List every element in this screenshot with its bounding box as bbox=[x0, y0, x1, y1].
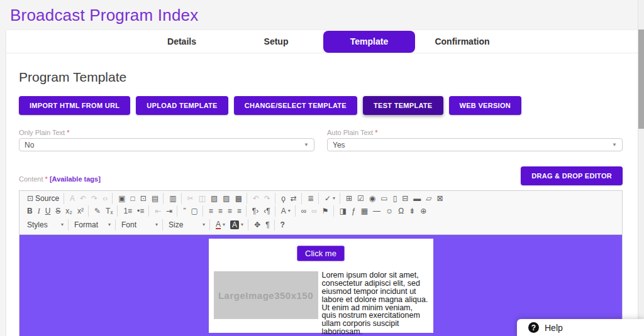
toolbar-language-button[interactable]: A▾ bbox=[279, 205, 292, 217]
bold-icon: B bbox=[27, 207, 33, 215]
toolbar-table-button[interactable]: ▦ bbox=[359, 205, 370, 217]
toolbar-text-field-button[interactable]: ▭ bbox=[379, 193, 389, 204]
toolbar-select-all-button[interactable]: ≣ bbox=[306, 193, 316, 204]
toolbar-blockquote-button[interactable]: ” bbox=[181, 205, 187, 217]
toolbar-group: ↶↷ bbox=[248, 193, 275, 204]
toolbar-checkbox-button[interactable]: ☑ bbox=[355, 193, 366, 204]
drag-drop-editor-button[interactable]: DRAG & DROP EDITOR bbox=[521, 166, 623, 185]
toolbar-flash-button[interactable]: ƒ bbox=[350, 205, 358, 217]
toolbar-paste-text-button[interactable]: ▨ bbox=[221, 193, 231, 204]
toolbar-horizontal-rule-button[interactable]: — bbox=[371, 205, 382, 217]
toolbar-align-right-button[interactable]: ≡ bbox=[226, 205, 234, 217]
replace-icon: ⇄ bbox=[291, 194, 297, 203]
toolbar-copy-formatting-button[interactable]: ✎ bbox=[92, 205, 103, 217]
toolbar-preview-button[interactable]: ⊡ bbox=[138, 193, 148, 204]
button-field-icon: ▬ bbox=[413, 194, 421, 203]
toolbar-spell-check-button[interactable]: ✓▾ bbox=[323, 193, 337, 204]
toolbar-outdent-button: ⇤ bbox=[153, 205, 163, 217]
template-paragraph: Lorem ipsum dolor sit amet, consectetur … bbox=[322, 271, 428, 336]
only-plain-text-value: No bbox=[25, 141, 34, 149]
tab-details[interactable]: Details bbox=[135, 31, 229, 52]
tab-setup[interactable]: Setup bbox=[229, 31, 323, 52]
toolbar-about-button[interactable]: ? bbox=[279, 219, 287, 230]
change-select-template-button[interactable]: CHANGE/SELECT TEMPLATE bbox=[234, 96, 357, 115]
toolbar-select-field-button[interactable]: ⊟ bbox=[400, 193, 410, 204]
toolbar-print-button[interactable]: ▤ bbox=[150, 193, 160, 204]
toolbar-anchor-button[interactable]: ⚑ bbox=[320, 205, 331, 217]
toolbar-align-left-button[interactable]: ≡ bbox=[207, 205, 215, 217]
web-version-button[interactable]: WEB VERSION bbox=[449, 96, 522, 115]
toolbar-paste-word-button[interactable]: ▩ bbox=[233, 193, 244, 204]
toolbar-replace-button[interactable]: ⇄ bbox=[289, 193, 299, 204]
available-tags-link[interactable]: [Available tags] bbox=[50, 175, 101, 183]
toolbar-bidi-rtl-button[interactable]: ‹¶ bbox=[262, 205, 272, 217]
toolbar-image-button-button[interactable]: ▱ bbox=[424, 193, 433, 204]
toolbar-bulleted-list-button[interactable]: •≡ bbox=[135, 205, 146, 217]
toolbar-underline-button[interactable]: U bbox=[43, 205, 53, 217]
toolbar-smiley-button[interactable]: ☺ bbox=[384, 205, 395, 217]
toolbar-bold-button[interactable]: B bbox=[25, 205, 35, 217]
toolbar-cut-button: ✂ bbox=[186, 193, 196, 204]
toolbar-save-button[interactable]: ▣ bbox=[116, 193, 127, 204]
toolbar-div-container-button[interactable]: ▢ bbox=[189, 205, 199, 217]
fields-row: Only Plain Text * No ▼ Auto Plain Text *… bbox=[19, 129, 623, 151]
toolbar-image-button[interactable]: ◨ bbox=[338, 205, 348, 217]
toolbar-special-char-button[interactable]: Ω bbox=[396, 205, 406, 217]
toolbar-group: ⊞☑◉▭▯⊟▬▱⊠ bbox=[341, 193, 448, 204]
toolbar-button-field-button[interactable]: ▬ bbox=[411, 193, 423, 204]
scrollbar-thumb[interactable] bbox=[638, 30, 644, 129]
tab-template[interactable]: Template bbox=[323, 31, 415, 53]
templates-icon: ▥ bbox=[169, 194, 176, 203]
toolbar-form-button[interactable]: ⊞ bbox=[344, 193, 354, 204]
italic-icon: I bbox=[38, 207, 40, 215]
underline-icon: U bbox=[45, 207, 51, 215]
toolbar-bidi-ltr-button[interactable]: ¶› bbox=[250, 205, 260, 217]
import-html-from-url-button[interactable]: IMPORT HTML FROM URL bbox=[19, 96, 130, 115]
toolbar-size-dropdown[interactable]: Size▾ bbox=[167, 219, 207, 230]
toolbar-iframe-button[interactable]: ⊕ bbox=[418, 205, 428, 217]
template-actions: IMPORT HTML FROM URLUPLOAD TEMPLATECHANG… bbox=[19, 96, 623, 115]
toolbar-styles-dropdown[interactable]: Styles▾ bbox=[25, 219, 65, 230]
toolbar-align-center-button[interactable]: ≡ bbox=[216, 205, 225, 217]
toolbar-templates-button[interactable]: ▥ bbox=[167, 193, 178, 204]
toolbar-textarea-button[interactable]: ▯ bbox=[391, 193, 399, 204]
checkbox-icon: ☑ bbox=[357, 194, 364, 203]
toolbar-link-button[interactable]: ∞ bbox=[299, 205, 309, 217]
toolbar-find-button[interactable]: ϙ bbox=[279, 193, 287, 204]
toolbar-subscript-button[interactable]: x₂ bbox=[64, 205, 74, 217]
special-char-icon: Ω bbox=[398, 207, 404, 215]
search-code-icon: A bbox=[70, 194, 75, 203]
toolbar-text-color-button[interactable]: A▾ bbox=[214, 219, 227, 230]
toolbar-bg-color-button[interactable]: A▾ bbox=[228, 219, 245, 230]
vertical-scrollbar[interactable] bbox=[638, 0, 644, 336]
toolbar-font-dropdown[interactable]: Font▾ bbox=[119, 219, 160, 230]
only-plain-text-select[interactable]: No ▼ bbox=[19, 138, 314, 151]
toolbar-superscript-button[interactable]: x² bbox=[75, 205, 86, 217]
click-me-button[interactable]: Click me bbox=[297, 246, 345, 261]
strikethrough-icon: S bbox=[55, 207, 60, 215]
toolbar-group: ? bbox=[276, 219, 289, 230]
chevron-down-icon: ▾ bbox=[288, 207, 291, 215]
toolbar-strikethrough-button[interactable]: S bbox=[53, 205, 62, 217]
upload-template-button[interactable]: UPLOAD TEMPLATE bbox=[136, 96, 228, 115]
toolbar-group: A↶↷‹› bbox=[65, 193, 113, 204]
toolbar-format-dropdown[interactable]: Format▾ bbox=[72, 219, 113, 230]
toolbar-page-break-button[interactable]: ⇟ bbox=[407, 205, 417, 217]
toolbar-show-blocks-button[interactable]: ¶ bbox=[264, 219, 271, 230]
toolbar-indent-button[interactable]: ⇥ bbox=[164, 205, 174, 217]
toolbar-remove-format-button[interactable]: Tₓ bbox=[104, 205, 114, 217]
toolbar-paste-button[interactable]: ▧ bbox=[209, 193, 219, 204]
toolbar-italic-button[interactable]: I bbox=[36, 205, 42, 217]
toolbar-maximize-button[interactable]: ✥ bbox=[252, 219, 262, 230]
toolbar-hidden-field-button[interactable]: ⊠ bbox=[435, 193, 445, 204]
toolbar-source-button[interactable]: ⊡Source bbox=[25, 193, 61, 204]
div-container-icon: ▢ bbox=[191, 207, 197, 215]
tab-confirmation[interactable]: Confirmation bbox=[415, 31, 509, 52]
toolbar-new-page-button[interactable]: □ bbox=[129, 193, 137, 204]
help-button[interactable]: ? Help bbox=[517, 319, 644, 336]
toolbar-justify-button[interactable]: ≡ bbox=[235, 205, 243, 217]
toolbar-radio-button[interactable]: ◉ bbox=[367, 193, 377, 204]
auto-plain-text-select[interactable]: Yes ▼ bbox=[327, 138, 623, 151]
test-template-button[interactable]: TEST TEMPLATE bbox=[363, 96, 443, 115]
toolbar-numbered-list-button[interactable]: 1≡ bbox=[121, 205, 134, 217]
